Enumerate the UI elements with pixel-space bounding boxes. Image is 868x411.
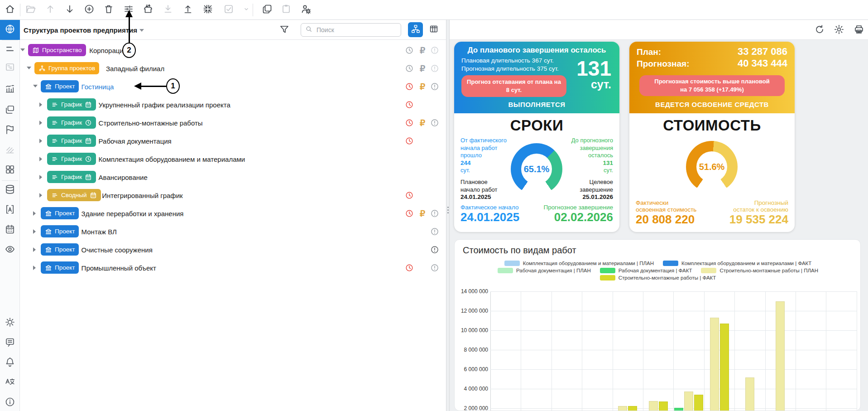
caret-down-icon[interactable] xyxy=(27,67,31,69)
caret-down-icon[interactable] xyxy=(20,48,25,51)
sidebar-item-comment[interactable] xyxy=(0,334,20,352)
toolbar-folder-open-button[interactable] xyxy=(24,3,38,17)
item-label[interactable]: Промышленный объект xyxy=(82,264,156,272)
sidebar-item-globe[interactable] xyxy=(0,20,20,40)
folder-open-icon xyxy=(25,4,36,16)
tree-row[interactable]: СводныйИнтегрированный график xyxy=(20,186,446,204)
sidebar-item-flag[interactable] xyxy=(0,121,20,140)
panel-refresh-button[interactable] xyxy=(813,24,826,37)
item-label[interactable]: Гостиница xyxy=(82,83,114,91)
legend-swatch xyxy=(498,268,513,273)
tree-title-dropdown-icon[interactable] xyxy=(139,29,144,32)
caret-right-icon[interactable] xyxy=(39,157,42,161)
item-label[interactable]: Строительно-монтажные работы xyxy=(99,119,203,127)
table-view-button[interactable] xyxy=(426,22,441,37)
search-input[interactable] xyxy=(316,26,388,34)
tree-row[interactable]: ГрафикСтроительно-монтажные работы₽ xyxy=(20,114,446,132)
annotation-arrow-2-head xyxy=(125,10,133,17)
panel-splitter[interactable] xyxy=(446,20,450,411)
tree-row[interactable]: ПространствоКорпорация₽ xyxy=(20,41,446,59)
toolbar-download-button[interactable] xyxy=(161,3,175,17)
tree-title[interactable]: Структура проектов предприятия xyxy=(24,26,137,34)
cost-section-title: СТОИМОСТЬ xyxy=(629,117,795,134)
ruble-status-icon: ₽ xyxy=(417,45,427,55)
caret-right-icon[interactable] xyxy=(33,229,36,234)
sidebar-item-hatch[interactable] xyxy=(0,141,20,160)
tree-row[interactable]: Группа проектовЗападный филиал₽ xyxy=(20,59,446,77)
item-label[interactable]: Корпорация xyxy=(89,47,127,54)
toolbar-user-settings-button[interactable] xyxy=(299,3,313,17)
home-icon xyxy=(5,4,15,16)
forecast-duration: Прогнозная длительность 375 сут. xyxy=(461,65,559,72)
caret-right-icon[interactable] xyxy=(33,247,36,252)
sidebar-item-calendarIcon[interactable] xyxy=(0,221,20,239)
tree-row[interactable]: ПроектМонтаж ВЛ xyxy=(20,222,446,241)
toolbar-arrow-down-button[interactable] xyxy=(62,3,77,17)
type-badge: График xyxy=(47,135,96,147)
item-label[interactable]: Интегрированный график xyxy=(102,192,182,199)
toolbar-collapse-button[interactable] xyxy=(201,3,215,17)
toolbar-caret-down-button[interactable] xyxy=(239,3,254,17)
calendarIcon-icon xyxy=(5,224,15,237)
filter-funnel-icon[interactable] xyxy=(279,24,290,37)
sidebar-item-structureLines[interactable] xyxy=(0,41,20,59)
toolbar-checkbox-button[interactable] xyxy=(221,3,236,17)
tree-row[interactable]: ПроектЗдание переработки и хранения₽ xyxy=(20,204,446,222)
caret-right-icon[interactable] xyxy=(39,193,42,198)
remaining-block: До прогнозногозавершенияосталось131сут. xyxy=(571,137,613,174)
item-label[interactable]: Монтаж ВЛ xyxy=(82,228,117,236)
sidebar-item-gridIcon[interactable] xyxy=(0,161,20,179)
sidebar-item-eye[interactable] xyxy=(0,241,20,259)
toolbar-copy-button[interactable] xyxy=(260,3,274,17)
item-label[interactable]: Комплектация оборудованием и материалами xyxy=(99,155,245,163)
sidebar-item-info[interactable] xyxy=(0,394,20,411)
sidebar-item-bell[interactable] xyxy=(0,354,20,372)
tree-row[interactable]: ПроектГостиница₽ xyxy=(20,77,446,96)
tree-row[interactable]: ГрафикРабочая документация xyxy=(20,132,446,150)
cost-by-worktype-chart: Стоимость по видам работ Комплектация об… xyxy=(454,239,861,411)
caret-right-icon[interactable] xyxy=(39,175,42,179)
warning-status-icon xyxy=(430,118,440,128)
panel-printer-button[interactable] xyxy=(852,24,866,37)
toolbar-paste-button[interactable] xyxy=(279,3,293,17)
sidebar-item-ganttBox[interactable] xyxy=(0,59,20,77)
sidebar-item-bracketA[interactable] xyxy=(0,201,20,219)
caret-right-icon[interactable] xyxy=(39,121,42,125)
sidebar-item-translate[interactable] xyxy=(0,374,20,392)
panel-gear-button[interactable] xyxy=(832,24,846,37)
tree-row[interactable]: ГрафикАвансирование xyxy=(20,168,446,186)
item-label[interactable]: Здание переработки и хранения xyxy=(82,210,184,218)
caret-right-icon[interactable] xyxy=(39,102,42,107)
plan-value: 33 287 086 xyxy=(738,46,787,58)
warning-status-icon xyxy=(430,208,440,218)
tree-row[interactable]: ГрафикКомплектация оборудованием и матер… xyxy=(20,150,446,168)
tree-row[interactable]: ПроектПромышленный объект xyxy=(20,259,446,277)
warning-status-icon xyxy=(430,82,440,92)
item-label[interactable]: Рабочая документация xyxy=(99,137,172,145)
time-card-header: До планового завершения осталось Планова… xyxy=(454,42,619,113)
database-icon xyxy=(5,184,15,197)
item-label[interactable]: Западный филиал xyxy=(106,65,164,73)
item-label[interactable]: Авансирование xyxy=(99,174,148,181)
tree-row[interactable]: ГрафикУкрупненный график реализации прое… xyxy=(20,96,446,114)
toolbar-add-circle-button[interactable] xyxy=(82,3,96,17)
sidebar-item-database[interactable] xyxy=(0,181,20,199)
tree-row[interactable]: ПроектОчистные сооружения xyxy=(20,241,446,259)
caret-right-icon[interactable] xyxy=(33,211,36,216)
item-label[interactable]: Укрупненный график реализации проекта xyxy=(99,101,230,109)
type-badge: График xyxy=(47,98,96,111)
item-label[interactable]: Очистные сооружения xyxy=(82,246,153,254)
toolbar-trash-button[interactable] xyxy=(101,3,116,17)
hierarchy-view-button[interactable] xyxy=(408,22,423,37)
toolbar-home-button[interactable] xyxy=(3,3,17,17)
sidebar-item-windows[interactable] xyxy=(0,102,20,120)
toolbar-upload-button[interactable] xyxy=(181,3,195,17)
caret-right-icon[interactable] xyxy=(39,139,42,143)
caret-down-icon[interactable] xyxy=(33,85,38,87)
sidebar-item-histogram[interactable] xyxy=(0,81,20,99)
toolbar-box-in-out-button[interactable] xyxy=(141,3,155,17)
toolbar-arrow-up-button[interactable] xyxy=(43,3,58,17)
sidebar-item-brightness[interactable] xyxy=(0,314,20,332)
caret-right-icon[interactable] xyxy=(33,266,36,270)
splitter-handle[interactable] xyxy=(447,207,449,213)
